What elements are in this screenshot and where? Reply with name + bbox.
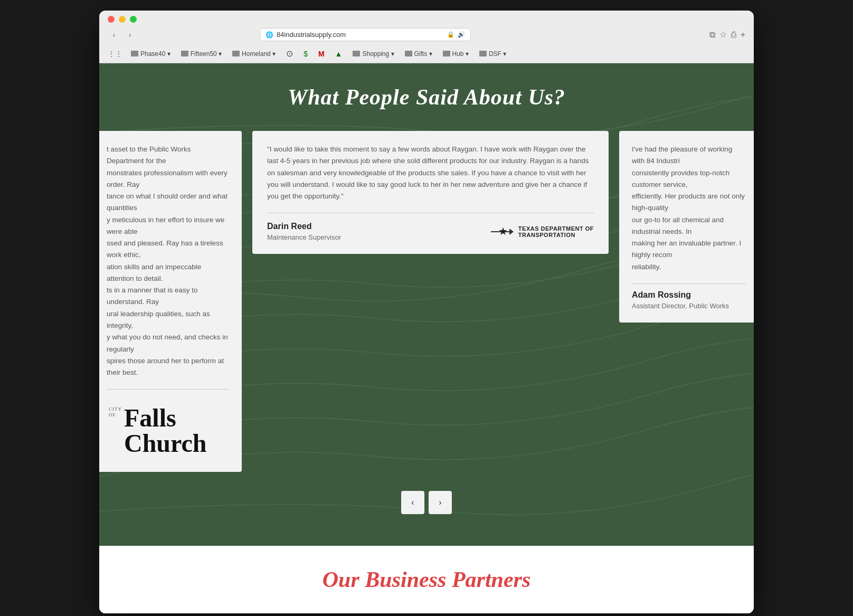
section-title: What People Said About Us? — [110, 84, 743, 110]
center-job-title: Maintenance Supervisor — [267, 233, 341, 241]
traffic-lights — [108, 16, 745, 23]
business-partners-title: Our Business Partners — [110, 567, 743, 592]
maximize-button[interactable] — [130, 16, 137, 23]
center-name: Darin Reed — [267, 222, 341, 231]
new-tab-button[interactable]: + — [741, 30, 745, 40]
nav-controls: ‹ › — [108, 29, 136, 41]
bookmark-dsf[interactable]: DSF ▾ — [475, 49, 510, 59]
browser-actions: ⧉ ☆ ⎙ + — [709, 30, 745, 40]
center-testimonial-quote: "I would like to take this moment to say… — [267, 144, 594, 202]
address-bar[interactable]: 🌐 84industrialsupply.com 🔒 🔊 — [260, 28, 471, 41]
right-attribution: Adam Rossing Assistant Director, Public … — [619, 290, 754, 323]
falls-church-text: CITYOF Falls Church — [109, 405, 207, 456]
txdot-logo: ★ TEXAS DEPARTMENT OF TRANSPORTATION — [487, 225, 594, 238]
right-divider — [632, 283, 746, 284]
minimize-button[interactable] — [119, 16, 126, 23]
right-testimonial-text: I've had the pleasure of working with 84… — [619, 131, 754, 283]
bookmark-hub[interactable]: Hub ▾ — [439, 49, 473, 59]
site-icon: 🌐 — [266, 31, 273, 39]
church-text: Church — [124, 431, 207, 456]
bookmark-phase40[interactable]: Phase40 ▾ — [127, 49, 175, 59]
bookmarks-bar: ⋮⋮ Phase40 ▾ Fifteen50 ▾ Homeland ▾ ⊙ $ … — [108, 45, 745, 63]
txdot-graphic: ★ — [491, 231, 514, 232]
center-attribution: Darin Reed Maintenance Supervisor — [267, 222, 594, 241]
share-button[interactable]: ⎙ — [731, 30, 736, 40]
close-button[interactable] — [108, 16, 115, 23]
testimonial-card-right: I've had the pleasure of working with 84… — [619, 131, 754, 323]
browser-window: ‹ › 🌐 84industrialsupply.com 🔒 🔊 ⧉ ☆ ⎙ +… — [99, 11, 754, 613]
browser-chrome: ‹ › 🌐 84industrialsupply.com 🔒 🔊 ⧉ ☆ ⎙ +… — [99, 11, 754, 63]
bookmark-up[interactable]: ▲ — [331, 49, 347, 59]
right-job-title: Assistant Director, Public Works — [632, 302, 746, 310]
duplicate-tab-button[interactable]: ⧉ — [709, 30, 715, 40]
apps-icon[interactable]: ⋮⋮ — [108, 50, 122, 58]
bookmark-fifteen50[interactable]: Fifteen50 ▾ — [177, 49, 226, 59]
txdot-name-text: TEXAS DEPARTMENT OF TRANSPORTATION — [518, 225, 594, 238]
left-testimonial-text: t asset to the Public Works Department f… — [99, 131, 242, 389]
back-button[interactable]: ‹ — [108, 29, 120, 41]
bookmark-button[interactable]: ☆ — [719, 30, 727, 40]
audio-icon: 🔊 — [458, 31, 465, 38]
carousel-next-button[interactable]: › — [429, 491, 452, 514]
forward-button[interactable]: › — [124, 29, 136, 41]
txdot-arrow-icon: ★ — [491, 231, 510, 232]
bookmark-homeland[interactable]: Homeland ▾ — [228, 49, 280, 59]
carousel-prev-button[interactable]: ‹ — [401, 491, 424, 514]
testimonial-card-left: t asset to the Public Works Department f… — [99, 131, 242, 472]
right-name: Adam Rossing — [632, 290, 746, 300]
falls-text: Falls — [124, 405, 207, 431]
testimonials-row: t asset to the Public Works Department f… — [110, 131, 743, 472]
url-text: 84industrialsupply.com — [277, 31, 346, 39]
bookmark-dollar[interactable]: $ — [299, 49, 312, 59]
center-testimonial-area: "I would like to take this moment to say… — [252, 131, 609, 254]
bottom-section: Our Business Partners — [99, 546, 754, 613]
lock-icon: 🔒 — [447, 31, 454, 38]
center-divider — [267, 213, 594, 213]
bookmark-circle[interactable]: ⊙ — [282, 48, 297, 60]
browser-toolbar: ‹ › 🌐 84industrialsupply.com 🔒 🔊 ⧉ ☆ ⎙ + — [108, 28, 745, 45]
testimonial-card-center: "I would like to take this moment to say… — [252, 131, 609, 254]
testimonials-section: What People Said About Us? t asset to th… — [99, 63, 754, 546]
carousel-controls: ‹ › — [110, 491, 743, 514]
falls-church-logo: CITYOF Falls Church — [99, 390, 242, 472]
bookmark-m[interactable]: M — [314, 49, 329, 59]
bookmark-shopping[interactable]: Shopping ▾ — [348, 49, 398, 59]
bookmark-gifts[interactable]: Gifts ▾ — [401, 49, 437, 59]
page-content: What People Said About Us? t asset to th… — [99, 63, 754, 613]
